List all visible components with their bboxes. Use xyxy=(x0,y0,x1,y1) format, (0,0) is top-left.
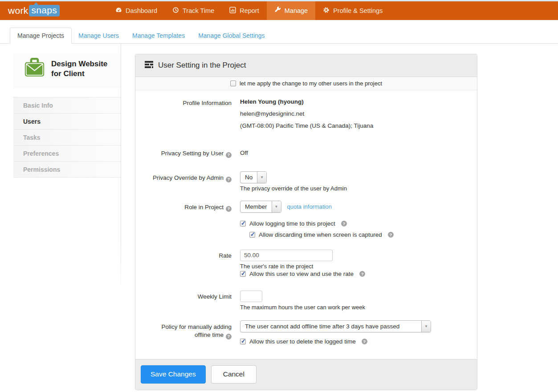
sidebar-item-users[interactable]: Users xyxy=(13,113,121,129)
project-sidebar: Design Website for Client Basic Info Use… xyxy=(13,54,121,178)
allow-delete-row: Allow this user to delete the logged tim… xyxy=(240,338,477,345)
privacy-override-selected-value: No xyxy=(240,172,257,183)
clock-icon xyxy=(172,7,179,15)
sidebar-item-preferences[interactable]: Preferences xyxy=(13,145,121,162)
worksnaps-logo[interactable]: worksnaps xyxy=(8,1,60,20)
dropdown-arrow-icon: ▼ xyxy=(272,201,281,212)
sidebar-item-tasks[interactable]: Tasks xyxy=(13,129,121,145)
tab-manage-users[interactable]: Manage Users xyxy=(72,28,126,44)
nav-item-dashboard[interactable]: Dashboard xyxy=(108,1,165,20)
rate-input[interactable] xyxy=(240,250,333,261)
privacy-override-select[interactable]: No ▼ xyxy=(240,171,267,183)
rate-help-text: The user's rate in the project xyxy=(240,263,477,270)
tab-manage-templates[interactable]: Manage Templates xyxy=(126,28,191,44)
weekly-limit-input[interactable] xyxy=(240,291,262,302)
privacy-setting-value: Off xyxy=(240,150,477,158)
allow-discarding-row: Allow discarding time when screen is cap… xyxy=(249,231,477,238)
panel-footer: Save Changes Cancel xyxy=(135,359,477,390)
wrench-icon xyxy=(274,7,281,15)
sidebar-item-basic-info[interactable]: Basic Info xyxy=(13,97,121,113)
rate-row: Rate The user's rate in the project Allo… xyxy=(135,250,477,277)
user-setting-form: Profile Information Helen Young (hyoung)… xyxy=(135,90,477,359)
help-icon[interactable]: ? xyxy=(226,206,232,212)
user-timezone-value: (GMT-08:00) Pacific Time (US & Canada); … xyxy=(240,122,477,129)
allow-rate-row: Allow this user to view and use the rate… xyxy=(240,271,477,277)
nav-item-manage[interactable]: Manage xyxy=(267,1,315,20)
nav-item-label: Track Time xyxy=(183,7,214,14)
offline-policy-selected-value: The user cannot add offline time after 3… xyxy=(240,321,421,332)
tab-manage-projects[interactable]: Manage Projects xyxy=(10,28,72,44)
allow-logging-checkbox[interactable] xyxy=(240,221,246,226)
profile-information-row: Profile Information Helen Young (hyoung)… xyxy=(135,98,477,134)
nav-item-profile-settings[interactable]: Profile & Settings xyxy=(315,1,390,20)
apply-to-others-checkbox[interactable] xyxy=(230,81,236,86)
nav-item-track-time[interactable]: Track Time xyxy=(165,1,222,20)
help-icon[interactable]: ? xyxy=(362,339,367,344)
help-icon[interactable]: ? xyxy=(341,221,347,226)
allow-discarding-checkbox[interactable] xyxy=(249,232,255,238)
offline-policy-select[interactable]: The user cannot add offline time after 3… xyxy=(240,320,431,332)
manage-tabs: Manage Projects Manage Users Manage Temp… xyxy=(0,28,558,44)
role-in-project-label: Role in Project? xyxy=(135,201,232,238)
allow-delete-label: Allow this user to delete the logged tim… xyxy=(249,338,356,345)
dashboard-icon xyxy=(115,7,122,15)
project-card: Design Website for Client xyxy=(13,54,121,88)
help-icon[interactable]: ? xyxy=(226,152,232,158)
allow-logging-row: Allow logging time to this project? xyxy=(240,220,477,227)
user-setting-panel: User Setting in the Project let me apply… xyxy=(135,54,477,390)
apply-to-others-label: let me apply the change to my other user… xyxy=(240,80,382,87)
sidebar-divider xyxy=(121,44,121,291)
nav-menu: Dashboard Track Time Report Manage Profi… xyxy=(108,1,390,20)
panel-header: User Setting in the Project xyxy=(135,54,477,77)
offline-policy-label: Policy for manually adding offline time? xyxy=(135,320,232,345)
role-select[interactable]: Member ▼ xyxy=(240,201,281,213)
nav-item-report[interactable]: Report xyxy=(222,1,267,20)
tab-manage-global-settings[interactable]: Manage Global Settings xyxy=(191,28,271,44)
privacy-override-row: Privacy Override by Admin? No ▼ The priv… xyxy=(135,171,477,192)
weekly-limit-help-text: The maximum hours the user can work per … xyxy=(240,304,477,311)
sidebar-item-permissions[interactable]: Permissions xyxy=(13,162,121,178)
rate-label: Rate xyxy=(135,250,232,277)
logo-text-snaps: snaps xyxy=(29,5,60,16)
allow-rate-label: Allow this user to view and use the rate xyxy=(249,271,354,277)
allow-delete-checkbox[interactable] xyxy=(240,339,246,344)
save-changes-button[interactable]: Save Changes xyxy=(141,365,206,384)
user-name-value: Helen Young (hyoung) xyxy=(240,98,477,105)
role-selected-value: Member xyxy=(240,201,272,212)
help-icon[interactable]: ? xyxy=(359,271,365,277)
privacy-override-help-text: The privacy override of the user by Admi… xyxy=(240,185,477,192)
quota-information-link[interactable]: quota information xyxy=(287,203,332,210)
briefcase-icon xyxy=(24,58,45,79)
help-icon[interactable]: ? xyxy=(388,232,394,238)
dropdown-arrow-icon: ▼ xyxy=(421,321,431,332)
help-icon[interactable]: ? xyxy=(226,177,232,182)
dropdown-arrow-icon: ▼ xyxy=(257,172,266,183)
nav-item-label: Report xyxy=(240,7,259,14)
report-icon xyxy=(229,7,236,15)
nav-item-label: Profile & Settings xyxy=(333,7,383,14)
privacy-override-label: Privacy Override by Admin? xyxy=(135,171,232,192)
main-navbar: worksnaps Dashboard Track Time Report Ma… xyxy=(0,1,558,20)
privacy-setting-row: Privacy Setting by User? Off xyxy=(135,150,477,158)
allow-discarding-label: Allow discarding time when screen is cap… xyxy=(259,231,382,238)
logo-text-work: work xyxy=(8,5,29,16)
profile-information-label: Profile Information xyxy=(135,98,232,134)
allow-rate-checkbox[interactable] xyxy=(240,271,246,277)
cancel-button[interactable]: Cancel xyxy=(211,365,257,384)
tasks-icon xyxy=(145,61,153,70)
user-email-value: helen@mydesigninc.net xyxy=(240,110,477,117)
role-in-project-row: Role in Project? Member ▼ quota informat… xyxy=(135,201,477,238)
privacy-setting-label: Privacy Setting by User? xyxy=(135,150,232,158)
apply-to-others-row: let me apply the change to my other user… xyxy=(135,77,477,90)
weekly-limit-row: Weekly Limit The maximum hours the user … xyxy=(135,291,477,311)
weekly-limit-label: Weekly Limit xyxy=(135,291,232,311)
project-title: Design Website for Client xyxy=(51,58,118,79)
nav-item-label: Dashboard xyxy=(126,7,157,14)
offline-policy-row: Policy for manually adding offline time?… xyxy=(135,320,477,345)
project-menu: Basic Info Users Tasks Preferences Permi… xyxy=(13,97,121,178)
gear-icon xyxy=(323,7,330,15)
allow-logging-label: Allow logging time to this project xyxy=(249,220,335,227)
nav-item-label: Manage xyxy=(285,7,308,14)
help-icon[interactable]: ? xyxy=(226,334,232,339)
panel-title: User Setting in the Project xyxy=(158,61,246,70)
